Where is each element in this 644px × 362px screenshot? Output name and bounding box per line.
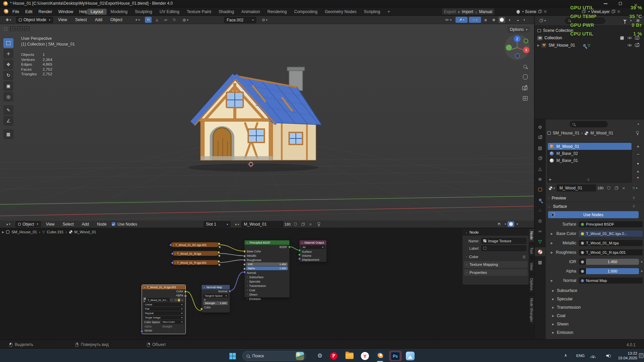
editor-type-button[interactable]: ◑▾ [3,222,13,227]
pin-icon[interactable] [636,131,639,135]
file-explorer-icon[interactable] [345,353,354,359]
normal-output-socket[interactable] [228,290,231,293]
select-subtract-button[interactable]: ⬚ [17,26,23,31]
node-texture-roughness[interactable]: ›T_Wood_01_R.tga.001 [172,260,219,265]
snapping-toggle[interactable] [496,221,502,227]
source-dropdown[interactable]: Single Image▾ [144,316,184,319]
grip-handle[interactable]: ⠿ [587,178,590,182]
surface-input-socket[interactable] [298,249,301,252]
fake-user-button[interactable] [170,298,173,302]
mode-dropdown[interactable]: Object Mode▾ [16,17,53,23]
tool-annotate[interactable]: ✎ [3,105,13,115]
disable-render-icon[interactable] [635,44,639,47]
snap-move-toggle[interactable] [145,17,152,23]
export-button[interactable]: Export [444,9,456,14]
language-indicator[interactable]: ENG [576,354,585,358]
workspace-tab-rendering[interactable]: Rendering [264,9,290,15]
material-name-field[interactable]: M_Wood_01 [241,221,283,227]
workspace-tab-shading[interactable]: Shading [215,9,237,15]
tab-scene[interactable]: △ [535,164,545,173]
slot-row[interactable]: M_Base_01 [548,157,632,164]
modifier-icon[interactable] [583,44,586,47]
image-browse-button[interactable]: 🖾▾ [144,298,146,302]
tab-modifiers[interactable] [535,195,545,204]
open-image-button[interactable] [178,298,180,302]
search-box[interactable]: Поиск [242,351,306,361]
viewport-camera-button[interactable] [522,86,528,90]
shader-menu-view[interactable]: View [43,221,58,228]
gizmo-x-axis[interactable]: X [523,47,530,53]
nodetree-toggle-button[interactable]: ▽▾ [629,185,641,191]
shader-canvas[interactable]: ▶ SM_House_01› ▽ Cube.191› M_Wood_01 ›T_… [0,228,534,339]
emission-section[interactable]: ▶Emission [552,329,643,336]
shader-editor[interactable]: ◑▾ Object▾ View Select Add Node Use Node… [0,221,534,339]
gizmo-neg-z-axis[interactable] [515,53,520,58]
node-name-field[interactable]: Image Texture [481,238,526,244]
tool-measure[interactable]: ∠ [3,116,13,126]
tab-material[interactable] [535,247,545,256]
select-intersect-button[interactable]: ⬚ [24,26,30,31]
snap-rotate-button[interactable]: ↻ [171,17,178,23]
tab-tool[interactable]: ⚙ [535,123,545,131]
color-output-socket[interactable] [217,260,220,263]
sidetab-options[interactable]: Options [529,276,534,293]
viewport-3d[interactable]: ✥▾ Object Mode▾ View Select Add Object ⌖… [0,16,534,221]
editor-type-button[interactable]: ✥▾ [3,17,14,23]
metallic-field[interactable]: T_Wood_01_M.tga [579,240,643,246]
node-material-output[interactable]: ⌄Material Output All▾ Surface Volume Dis… [299,240,327,262]
node-principled-bsdf[interactable]: ⌄Principled BSDF BSDF Base Color Metalli… [244,240,290,298]
shader-menu-add[interactable]: Add [79,221,92,228]
shading-rendered-button[interactable]: ◒ [515,17,521,23]
yandex-browser-icon[interactable]: Y [361,352,369,360]
input-socket[interactable] [169,244,172,246]
navigation-gizmo[interactable]: Z X [504,35,530,60]
metallic-input-socket[interactable] [243,255,246,257]
shading-dropdown-icon[interactable]: ▾ [524,18,525,21]
sheen-section[interactable]: ▶Sheen [552,321,643,327]
color-output-socket[interactable] [184,290,187,293]
photos-icon[interactable] [406,352,415,360]
menu-edit[interactable]: Edit [22,7,36,16]
start-button[interactable] [229,353,236,359]
surface-section-header[interactable]: ⌄Surface⠿ [548,203,639,209]
ior-input-socket[interactable] [243,263,246,266]
properties-options-icon[interactable]: ▾ [638,123,639,126]
copy-material-button[interactable] [612,185,620,191]
tab-render[interactable] [535,133,545,142]
new-collection-button[interactable]: ⊞ [634,18,642,24]
gizmo-y-axis[interactable] [506,45,512,51]
color-output-socket[interactable] [218,242,220,245]
minimize-button[interactable] [604,3,607,4]
tool-cursor[interactable]: ✛ [3,49,13,59]
transform-orientation-icon[interactable]: ⌖▾ [132,17,143,23]
node-panel-header[interactable]: ⌄Node [463,229,529,236]
color-input-socket[interactable] [200,308,203,310]
viewport-perspective-button[interactable] [523,96,528,101]
space-dropdown[interactable]: Tangent Space▾ [203,294,228,298]
expand-icon[interactable]: ▶ [537,44,539,47]
alpha-input-socket[interactable] [243,267,246,270]
alpha-output-socket[interactable] [184,295,187,297]
scene-selector[interactable]: ▾ Scene [515,8,549,15]
color-section-header[interactable]: ›Color☰ [463,253,529,260]
ior-slider[interactable]: IOR1.450 [246,262,288,266]
basecolor-input-socket[interactable] [243,250,246,253]
node-texture-metallic[interactable]: ›T_Wood_01_M.tga [172,251,219,256]
slot-move-up-button[interactable]: ▲ [634,169,642,174]
object-visibility-button[interactable]: ▾ [442,17,454,23]
breadcrumb-object[interactable]: SM_House_01 [553,131,579,135]
new-viewlayer-icon[interactable] [611,10,615,13]
blender-menu-icon[interactable] [3,9,8,14]
tray-chevron-icon[interactable]: ∧ [564,353,567,358]
hide-viewport-icon[interactable] [628,43,632,47]
viewport-zoom-button[interactable] [524,64,527,69]
shader-type-dropdown[interactable]: Object▾ [15,221,41,227]
shading-material-button[interactable]: ◐ [506,17,513,23]
tool-rotate[interactable]: ↻ [3,70,13,80]
slot-row[interactable]: M_Base_02 [548,150,632,157]
alpha-output-socket[interactable] [218,254,221,257]
manual-button[interactable]: Manual [479,9,492,14]
xray-toggle[interactable]: ⧈ [482,17,489,23]
workspace-tab-modeling[interactable]: Modeling [107,9,131,15]
menu-file[interactable]: File [9,7,22,16]
